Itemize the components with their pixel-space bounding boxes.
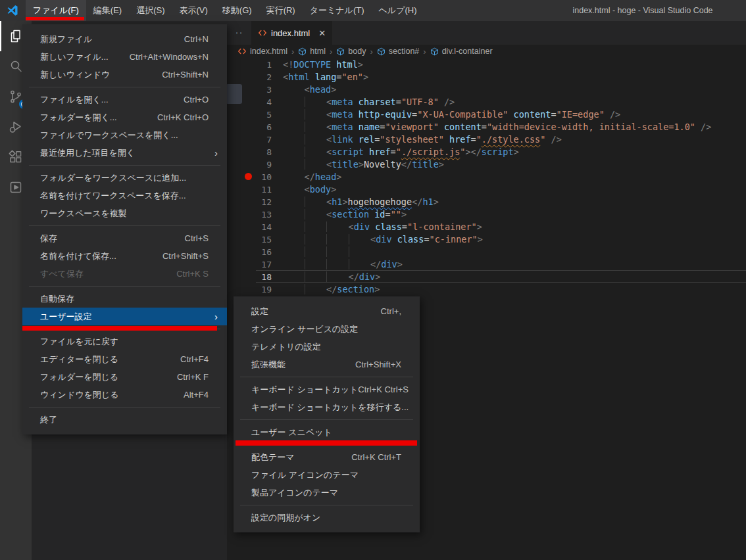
breadcrumb-item[interactable]: section# xyxy=(377,47,420,56)
code-text[interactable]: <section id=""> xyxy=(272,208,407,220)
menu-item[interactable]: ファイルを開く...Ctrl+O xyxy=(22,91,227,108)
line-number: 15 xyxy=(256,233,272,245)
menu-item[interactable]: 配色テーマCtrl+K Ctrl+T xyxy=(234,448,420,466)
breakpoint-gutter[interactable] xyxy=(227,133,256,145)
breakpoint-gutter[interactable] xyxy=(227,170,256,183)
menu-item[interactable]: オンライン サービスの設定 xyxy=(234,320,420,338)
menu-item-label: 拡張機能 xyxy=(251,359,355,371)
breadcrumb-item[interactable]: div.l-container xyxy=(430,47,493,56)
title-bar: ファイル(F)編集(E)選択(S)表示(V)移動(G)実行(R)ターミナル(T)… xyxy=(0,0,746,21)
code-line: 11 <body> xyxy=(227,183,746,195)
menubar-item[interactable]: ターミナル(T) xyxy=(303,0,372,21)
code-editor[interactable]: 1<!DOCTYPE html>2<html lang="en">3 <head… xyxy=(227,58,746,295)
code-text[interactable]: <script href="./script.js"></script> xyxy=(272,146,519,157)
breakpoint-gutter[interactable] xyxy=(227,258,256,270)
code-text[interactable]: <meta http-equiv="X-UA-Compatible" conte… xyxy=(272,108,620,120)
menu-item[interactable]: 設定Ctrl+, xyxy=(234,302,420,320)
menubar-item[interactable]: ファイル(F) xyxy=(26,0,86,21)
breakpoint-gutter[interactable] xyxy=(227,70,256,83)
breakpoint-gutter[interactable] xyxy=(227,270,256,283)
menu-item[interactable]: ユーザー設定› xyxy=(22,308,227,325)
breakpoint-gutter[interactable] xyxy=(227,108,256,120)
code-line: 15 <div class="c-inner"> xyxy=(227,233,746,245)
menu-item[interactable]: テレメトリの設定 xyxy=(234,338,420,356)
menu-item-shortcut: Ctrl+K Ctrl+S xyxy=(358,385,419,394)
menu-item-label: キーボード ショートカット xyxy=(251,384,358,396)
code-text[interactable]: <title>Novelty</title> xyxy=(272,158,444,170)
breakpoint-gutter[interactable] xyxy=(227,120,256,133)
menu-item-label: エディターを閉じる xyxy=(40,354,180,365)
code-line: 8 <script href="./script.js"></script> xyxy=(227,145,746,158)
menu-item[interactable]: 拡張機能Ctrl+Shift+X xyxy=(234,356,420,373)
code-text[interactable]: <meta charset="UTF-8" /> xyxy=(272,96,455,107)
menu-item[interactable]: ファイルでワークスペースを開く... xyxy=(22,126,227,144)
menu-item[interactable]: エディターを閉じるCtrl+F4 xyxy=(22,350,227,368)
code-text[interactable]: <!DOCTYPE html> xyxy=(272,58,363,70)
breakpoint-gutter[interactable] xyxy=(227,158,256,170)
breadcrumb-item[interactable]: html xyxy=(298,47,326,56)
menu-item-label: 新規ファイル xyxy=(40,34,184,45)
code-text[interactable]: <div class="c-inner"> xyxy=(272,233,483,245)
menu-item[interactable]: ウィンドウを閉じるAlt+F4 xyxy=(22,386,227,404)
code-text[interactable] xyxy=(272,246,370,257)
code-text[interactable]: </div> xyxy=(272,271,380,282)
menubar-item[interactable]: 移動(G) xyxy=(215,0,259,21)
menu-item[interactable]: キーボード ショートカットを移行する... xyxy=(234,398,420,416)
submenu-arrow-icon: › xyxy=(214,147,219,158)
menu-item[interactable]: 新しいウィンドウCtrl+Shift+N xyxy=(22,66,227,83)
scrollbar-thumb[interactable] xyxy=(226,84,242,104)
menubar-item[interactable]: 編集(E) xyxy=(86,0,129,21)
menu-item[interactable]: フォルダーを閉じるCtrl+K F xyxy=(22,368,227,386)
code-text[interactable]: <html lang="en"> xyxy=(272,71,368,82)
tab-index-html[interactable]: index.html ✕ xyxy=(251,21,332,45)
menu-item[interactable]: ユーザー スニペット xyxy=(234,423,420,441)
menu-item[interactable]: 名前を付けて保存...Ctrl+Shift+S xyxy=(22,247,227,265)
menu-item[interactable]: ファイルを元に戻す xyxy=(22,333,227,350)
breakpoint-gutter[interactable] xyxy=(227,233,256,245)
menubar-item[interactable]: ヘルプ(H) xyxy=(372,0,424,21)
code-text[interactable]: <meta name="viewport" content="width=dev… xyxy=(272,121,711,132)
breakpoint-gutter[interactable] xyxy=(227,145,256,158)
breakpoint-gutter[interactable] xyxy=(227,245,256,258)
menu-item[interactable]: 最近使用した項目を開く› xyxy=(22,144,227,162)
menu-separator xyxy=(240,377,413,377)
menu-item[interactable]: 保存Ctrl+S xyxy=(22,229,227,247)
close-icon[interactable]: ✕ xyxy=(318,28,326,38)
breakpoint-gutter[interactable] xyxy=(227,283,256,295)
menu-item[interactable]: フォルダーをワークスペースに追加... xyxy=(22,169,227,187)
code-line: 1<!DOCTYPE html> xyxy=(227,58,746,70)
code-text[interactable]: <link rel="stylesheet" href="./style.css… xyxy=(272,133,562,145)
menu-item[interactable]: キーボード ショートカットCtrl+K Ctrl+S xyxy=(234,381,420,398)
menu-item[interactable]: 設定の同期がオン xyxy=(234,509,420,526)
code-text[interactable]: <head> xyxy=(272,83,336,95)
breakpoint-gutter[interactable] xyxy=(227,220,256,233)
breakpoint-gutter[interactable] xyxy=(227,195,256,208)
code-text[interactable]: <h1>hogehogehoge</h1> xyxy=(272,196,439,207)
menu-item[interactable]: 新しいファイル...Ctrl+Alt+Windows+N xyxy=(22,48,227,66)
menu-item-label: 配色テーマ xyxy=(251,452,351,463)
menu-item[interactable]: ファイル アイコンのテーマ xyxy=(234,466,420,484)
menubar-item[interactable]: 選択(S) xyxy=(129,0,172,21)
menubar-item[interactable]: 表示(V) xyxy=(172,0,215,21)
menu-item-shortcut: Ctrl+K F xyxy=(177,372,219,382)
breakpoint-gutter[interactable] xyxy=(227,58,256,70)
breakpoint-icon[interactable] xyxy=(245,173,252,180)
menubar-item[interactable]: 実行(R) xyxy=(259,0,303,21)
menu-item[interactable]: 新規ファイルCtrl+N xyxy=(22,30,227,48)
code-text[interactable]: </div> xyxy=(272,258,403,269)
menu-item[interactable]: ワークスペースを複製 xyxy=(22,204,227,222)
menu-item[interactable]: 自動保存 xyxy=(22,290,227,308)
menu-item[interactable]: 製品アイコンのテーマ xyxy=(234,484,420,502)
breadcrumb-item[interactable]: body xyxy=(336,47,366,56)
breakpoint-gutter[interactable] xyxy=(227,208,256,220)
menu-item[interactable]: フォルダーを開く...Ctrl+K Ctrl+O xyxy=(22,108,227,126)
menu-item[interactable]: 終了 xyxy=(22,411,227,429)
editor-overflow-icon[interactable]: ·· xyxy=(227,21,251,45)
code-text[interactable]: </head> xyxy=(272,171,341,182)
code-text[interactable]: <div class="l-container"> xyxy=(272,221,482,232)
breakpoint-gutter[interactable] xyxy=(227,183,256,195)
code-text[interactable]: <body> xyxy=(272,183,336,195)
breadcrumb-item[interactable]: index.html xyxy=(237,47,287,56)
menu-item[interactable]: 名前を付けてワークスペースを保存... xyxy=(22,187,227,204)
code-text[interactable]: </section> xyxy=(272,283,380,294)
